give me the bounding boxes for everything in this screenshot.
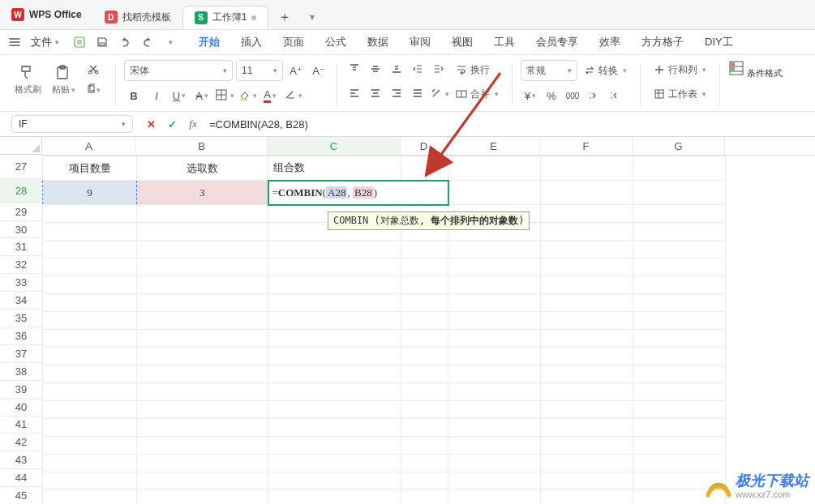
cell-A35[interactable]: [43, 312, 137, 330]
tab-workbook[interactable]: S 工作簿1: [182, 6, 269, 29]
cell-D39[interactable]: [401, 383, 448, 401]
row-header-45[interactable]: 45: [0, 487, 42, 504]
cell-G36[interactable]: [633, 330, 726, 348]
cell-E39[interactable]: [448, 383, 541, 401]
tab-start[interactable]: 开始: [189, 32, 229, 52]
cell-D27[interactable]: [401, 156, 448, 181]
cell-B36[interactable]: [137, 330, 268, 348]
tab-list-button[interactable]: ▾: [301, 6, 324, 28]
cell-D43[interactable]: [401, 455, 448, 472]
cell-F36[interactable]: [541, 330, 633, 348]
row-header-42[interactable]: 42: [0, 434, 42, 451]
col-header-F[interactable]: F: [540, 137, 633, 155]
cell-A38[interactable]: [43, 365, 137, 383]
cell-C44[interactable]: [268, 472, 401, 490]
convert-button[interactable]: 转换▾: [579, 61, 632, 80]
thousands-icon[interactable]: 000: [563, 86, 582, 105]
cell-G29[interactable]: [633, 205, 726, 223]
cell-F30[interactable]: [541, 223, 633, 241]
cell-G30[interactable]: [633, 223, 726, 241]
cell-C37[interactable]: [268, 348, 401, 365]
row-header-40[interactable]: 40: [0, 399, 42, 416]
cell-F40[interactable]: [541, 401, 633, 419]
cell-C32[interactable]: [268, 258, 401, 276]
name-box[interactable]: IF ▾: [11, 115, 133, 133]
qat-redo-icon[interactable]: [137, 32, 158, 52]
cell-D35[interactable]: [401, 312, 448, 330]
cell-G41[interactable]: [633, 419, 726, 437]
cell-E36[interactable]: [448, 330, 541, 348]
fill-color-icon[interactable]: ▾: [238, 86, 257, 105]
cell-B33[interactable]: [137, 276, 268, 294]
cell-A28[interactable]: 9: [43, 181, 137, 205]
cell-A29[interactable]: [43, 205, 137, 223]
row-header-39[interactable]: 39: [0, 381, 42, 399]
cell-E40[interactable]: [448, 401, 541, 419]
cell-D33[interactable]: [401, 276, 448, 294]
row-header-34[interactable]: 34: [0, 292, 42, 310]
tab-review[interactable]: 审阅: [400, 32, 440, 52]
cell-E32[interactable]: [448, 258, 541, 276]
strikethrough-icon[interactable]: A▾: [192, 86, 212, 105]
cell-E44[interactable]: [448, 472, 541, 490]
cell-F33[interactable]: [541, 276, 633, 294]
currency-icon[interactable]: ¥▾: [521, 86, 540, 105]
cell-C34[interactable]: [268, 294, 401, 312]
cell-D36[interactable]: [401, 330, 448, 348]
cell-G38[interactable]: [633, 365, 726, 383]
cell-A30[interactable]: [43, 223, 137, 241]
cell-D40[interactable]: [401, 401, 448, 419]
decrease-decimal-icon[interactable]: [605, 86, 624, 105]
cell-F45[interactable]: [541, 490, 633, 505]
align-top-icon[interactable]: [345, 60, 365, 79]
cell-B38[interactable]: [137, 365, 268, 383]
cell-B43[interactable]: [137, 455, 268, 472]
cell-C42[interactable]: [268, 437, 401, 455]
cell-D32[interactable]: [401, 258, 448, 276]
merge-cells-button[interactable]: 合并▾: [451, 84, 504, 104]
clear-format-icon[interactable]: ▾: [283, 86, 302, 105]
cell-D37[interactable]: [401, 348, 448, 365]
cell-G27[interactable]: [633, 156, 726, 181]
increase-decimal-icon[interactable]: [584, 86, 603, 105]
cell-B44[interactable]: [137, 472, 268, 490]
cell-C33[interactable]: [268, 276, 401, 294]
row-header-33[interactable]: 33: [0, 274, 42, 292]
col-header-E[interactable]: E: [448, 137, 540, 155]
accept-icon[interactable]: ✓: [164, 116, 180, 132]
cell-B27[interactable]: 选取数: [137, 156, 268, 181]
font-color-icon[interactable]: A▾: [260, 86, 280, 105]
tab-tools[interactable]: 工具: [484, 32, 525, 52]
cell-F42[interactable]: [541, 437, 633, 455]
cell-A27[interactable]: 项目数量: [43, 156, 137, 181]
cell-G39[interactable]: [633, 383, 726, 401]
cell-F38[interactable]: [541, 365, 633, 383]
cell-D34[interactable]: [401, 294, 448, 312]
format-painter-button[interactable]: 格式刷: [11, 60, 44, 99]
tab-data[interactable]: 数据: [358, 32, 398, 52]
cell-A41[interactable]: [43, 419, 137, 437]
align-justify-icon[interactable]: [409, 84, 428, 104]
cell-B34[interactable]: [137, 294, 268, 312]
cell-C27[interactable]: 组合数: [268, 156, 401, 181]
col-header-A[interactable]: A: [42, 137, 136, 155]
cell-E28[interactable]: [448, 181, 541, 205]
cell-F31[interactable]: [541, 241, 633, 258]
cell-F43[interactable]: [541, 455, 633, 472]
cell-C35[interactable]: [268, 312, 401, 330]
cell-B40[interactable]: [137, 401, 268, 419]
select-all-corner[interactable]: [0, 137, 42, 155]
font-name-combo[interactable]: 宋体▾: [124, 60, 233, 81]
cell-G34[interactable]: [633, 294, 726, 312]
align-bottom-icon[interactable]: [388, 60, 407, 79]
underline-icon[interactable]: U▾: [169, 86, 189, 105]
row-header-43[interactable]: 43: [0, 451, 42, 469]
cell-B35[interactable]: [137, 312, 268, 330]
cell-A37[interactable]: [43, 348, 137, 365]
cell-A43[interactable]: [43, 455, 137, 472]
cancel-icon[interactable]: ✕: [143, 116, 159, 132]
cell-E42[interactable]: [448, 437, 541, 455]
row-header-28[interactable]: 28: [0, 179, 42, 203]
file-menu[interactable]: 文件 ▾: [24, 32, 66, 52]
cell-G42[interactable]: [633, 437, 726, 455]
